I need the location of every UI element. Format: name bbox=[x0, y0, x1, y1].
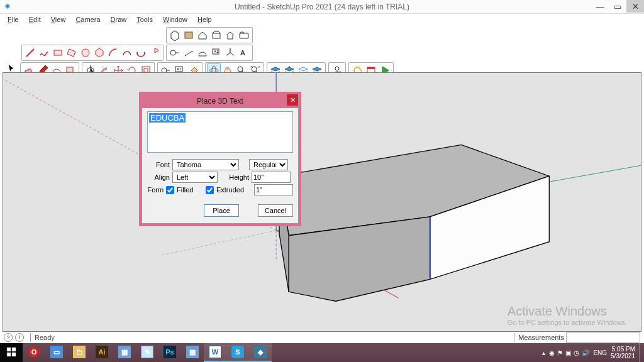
line-tool-icon[interactable] bbox=[23, 46, 37, 60]
tray-network-icon[interactable]: ▣ bbox=[565, 349, 571, 356]
window-title: Untitled - SketchUp Pro 2021 (24 days le… bbox=[235, 3, 409, 11]
text-label-icon[interactable]: A1 bbox=[209, 46, 223, 60]
font-style-select[interactable]: Regular bbox=[249, 159, 288, 170]
extrude-input[interactable] bbox=[254, 184, 293, 195]
tray-flag-icon[interactable]: ⚑ bbox=[557, 349, 563, 356]
svg-rect-1 bbox=[213, 33, 220, 38]
form-label: Form bbox=[147, 186, 164, 194]
svg-point-6 bbox=[144, 52, 145, 53]
align-label: Align bbox=[147, 173, 170, 181]
menu-view[interactable]: View bbox=[46, 16, 71, 23]
rotated-rect-icon[interactable] bbox=[65, 46, 79, 60]
dimension-icon[interactable] bbox=[182, 46, 196, 60]
home-outline-icon[interactable] bbox=[223, 28, 237, 42]
tray-clock[interactable]: 5:05 PM 5/3/2021 bbox=[611, 346, 635, 359]
2pt-arc-icon[interactable] bbox=[120, 46, 134, 60]
measurements-label: Measurements bbox=[518, 334, 564, 341]
close-button[interactable]: ✕ bbox=[626, 0, 644, 13]
tray-wifi-icon[interactable]: ◷ bbox=[574, 349, 579, 356]
svg-point-23 bbox=[335, 67, 339, 70]
menu-help[interactable]: Help bbox=[192, 16, 217, 23]
menu-file[interactable]: File bbox=[3, 16, 24, 23]
tray-sound-icon[interactable]: 🔊 bbox=[582, 349, 589, 356]
svg-line-32 bbox=[160, 231, 277, 256]
svg-rect-12 bbox=[67, 67, 73, 72]
restore-button[interactable]: ▭ bbox=[609, 0, 626, 13]
minimize-button[interactable]: — bbox=[591, 0, 609, 13]
menu-edit[interactable]: Edit bbox=[24, 16, 46, 23]
cancel-button[interactable]: Cancel bbox=[258, 204, 293, 217]
tray-up-icon[interactable]: ▴ bbox=[542, 349, 545, 356]
svg-rect-26 bbox=[367, 67, 375, 69]
polygon-tool-icon[interactable] bbox=[92, 46, 106, 60]
watermark-line1: Activate Windows bbox=[508, 304, 627, 319]
status-text: Ready bbox=[35, 334, 55, 341]
task-app2-icon[interactable]: ✎ bbox=[136, 343, 158, 362]
status-bar: ? i Ready Measurements bbox=[0, 332, 644, 343]
watermark-line2: Go to PC settings to activate Windows. bbox=[508, 319, 627, 326]
menu-window[interactable]: Window bbox=[158, 16, 192, 23]
home-icon[interactable] bbox=[196, 28, 209, 42]
task-opera-icon[interactable]: O bbox=[23, 343, 45, 362]
show-desktop-button[interactable] bbox=[639, 343, 643, 362]
place-button[interactable]: Place bbox=[204, 204, 239, 217]
axes-tool-icon[interactable] bbox=[223, 46, 237, 60]
dialog-title: Place 3D Text bbox=[197, 97, 243, 106]
menu-camera[interactable]: Camera bbox=[70, 16, 105, 23]
extruded-label: Extruded bbox=[216, 186, 244, 194]
system-tray[interactable]: ◉ ⚑ ▣ ◷ 🔊 bbox=[549, 349, 589, 356]
freehand-tool-icon[interactable] bbox=[37, 46, 51, 60]
align-select[interactable]: Left bbox=[172, 172, 218, 183]
package-icon[interactable] bbox=[182, 28, 196, 42]
box-open-icon[interactable] bbox=[209, 28, 223, 42]
tray-language[interactable]: ENG bbox=[593, 349, 607, 356]
dialog-close-button[interactable]: ✕ bbox=[287, 94, 298, 106]
task-word-icon[interactable]: W bbox=[204, 343, 226, 362]
task-sketchup-icon[interactable]: ◆ bbox=[249, 343, 272, 362]
svg-rect-3 bbox=[54, 50, 62, 55]
place-3d-text-dialog: Place 3D Text ✕ EDUCBA Font Tahoma Regul… bbox=[142, 94, 299, 224]
pie-tool-icon[interactable] bbox=[148, 46, 162, 60]
task-illustrator-icon[interactable]: Ai bbox=[91, 343, 113, 362]
svg-text:A: A bbox=[240, 49, 245, 57]
taskbar: O ▭ 🗀 Ai ▦ ✎ Ps ▦ W S ◆ ▴ ◉ ⚑ ▣ ◷ 🔊 ENG … bbox=[0, 343, 644, 362]
task-app3-icon[interactable]: ▦ bbox=[181, 343, 204, 362]
rectangle-tool-icon[interactable] bbox=[51, 46, 65, 60]
menu-bar: File Edit View Camera Draw Tools Window … bbox=[0, 14, 644, 25]
filled-checkbox[interactable] bbox=[166, 186, 174, 194]
viewport[interactable]: Activate Windows Go to PC settings to ac… bbox=[3, 72, 641, 332]
text-input[interactable]: EDUCBA bbox=[147, 111, 293, 153]
help-icon[interactable]: ? bbox=[4, 333, 13, 342]
titlebar: ✷ Untitled - SketchUp Pro 2021 (24 days … bbox=[0, 0, 644, 14]
menu-draw[interactable]: Draw bbox=[106, 16, 132, 23]
folder-icon[interactable] bbox=[237, 28, 251, 42]
tray-security-icon[interactable]: ◉ bbox=[549, 349, 555, 356]
svg-rect-2 bbox=[240, 33, 248, 38]
3pt-arc-icon[interactable] bbox=[134, 46, 148, 60]
start-button[interactable] bbox=[0, 343, 23, 362]
task-skype-icon[interactable]: S bbox=[226, 343, 249, 362]
task-explorer-icon[interactable]: ▭ bbox=[45, 343, 68, 362]
tape-measure-icon[interactable] bbox=[168, 46, 182, 60]
extruded-checkbox[interactable] bbox=[206, 186, 214, 194]
protractor-icon[interactable] bbox=[196, 46, 209, 60]
arc-tool-icon[interactable] bbox=[106, 46, 120, 60]
task-folder-icon[interactable]: 🗀 bbox=[68, 343, 91, 362]
svg-text:A1: A1 bbox=[214, 50, 219, 53]
svg-point-21 bbox=[238, 67, 243, 72]
activate-windows-watermark: Activate Windows Go to PC settings to ac… bbox=[508, 304, 627, 326]
task-app1-icon[interactable]: ▦ bbox=[113, 343, 136, 362]
dialog-title-bar[interactable]: Place 3D Text ✕ bbox=[142, 94, 298, 108]
app-icon: ✷ bbox=[4, 2, 13, 11]
circle-tool-icon[interactable] bbox=[79, 46, 92, 60]
height-input[interactable] bbox=[252, 172, 291, 183]
svg-text:A1: A1 bbox=[177, 67, 182, 71]
menu-tools[interactable]: Tools bbox=[131, 16, 158, 23]
measurements-input[interactable] bbox=[566, 332, 640, 343]
font-select[interactable]: Tahoma bbox=[172, 159, 239, 170]
svg-rect-0 bbox=[185, 32, 192, 38]
task-photoshop-icon[interactable]: Ps bbox=[158, 343, 181, 362]
3d-text-tool-icon[interactable]: A bbox=[237, 46, 251, 60]
make-component-icon[interactable] bbox=[168, 28, 182, 42]
info-icon[interactable]: i bbox=[15, 333, 24, 342]
